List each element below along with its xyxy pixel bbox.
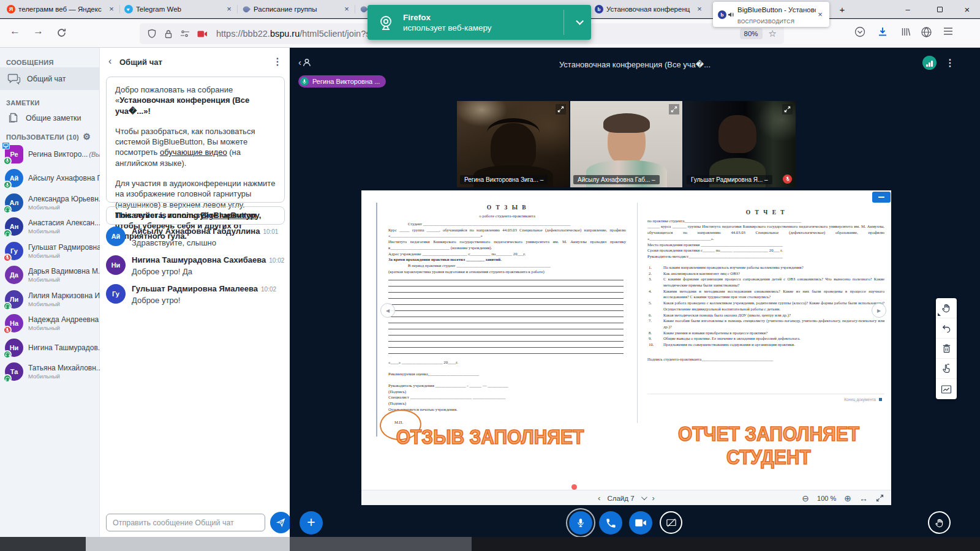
user-list-item[interactable]: Да Дарья Вадимовна М... xyxy=(0,263,100,288)
tab-favicon xyxy=(124,5,133,13)
tab-audio-icon[interactable] xyxy=(728,12,734,18)
manage-users-gear-icon[interactable]: ⚙ xyxy=(83,132,91,141)
talking-indicator[interactable]: Регина Викторовна ... xyxy=(298,75,386,88)
new-tab-button[interactable]: + xyxy=(835,3,849,17)
fit-width-icon[interactable]: ↔ xyxy=(859,493,868,503)
chat-options-icon[interactable]: ⋮ xyxy=(273,56,282,67)
annotation-otchet-1: ОТЧЕТ ЗАПОЛНЯЕТ xyxy=(668,423,870,446)
actions-plus-button[interactable]: + xyxy=(300,511,323,534)
connection-status-icon[interactable] xyxy=(922,56,937,70)
slide-dropdown-caret-icon[interactable] xyxy=(641,494,647,500)
pointer-tool-button[interactable] xyxy=(936,359,957,379)
chat-back-chevron-icon[interactable]: ‹ xyxy=(108,56,111,67)
sidebar-item-shared-notes[interactable]: Общие заметки xyxy=(0,107,100,129)
tab-favicon xyxy=(360,5,368,13)
screen-share-button[interactable] xyxy=(660,511,682,534)
tab-close-icon[interactable]: × xyxy=(107,5,116,13)
browser-tab-active[interactable]: BigBlueButton - Установо ВОСПРОИЗВОДИТСЯ… xyxy=(713,2,829,27)
user-list-item[interactable]: Ай Айсылу Ахнафовна Г... xyxy=(0,167,100,191)
chat-message-input[interactable] xyxy=(106,514,265,531)
raise-hand-button[interactable] xyxy=(928,511,951,534)
mute-microphone-button[interactable] xyxy=(569,511,592,534)
webcam-name-label[interactable]: Гульшат Радмировна Я... – xyxy=(687,175,772,184)
browser-tab[interactable]: Telegram Web × xyxy=(121,2,237,17)
webcam-name-label[interactable]: Айсылу Ахнафовна Габ... – xyxy=(573,175,660,184)
tab-close-icon[interactable]: × xyxy=(695,5,704,13)
chevron-down-icon[interactable] xyxy=(576,17,584,25)
fullscreen-icon[interactable] xyxy=(556,104,566,114)
clear-annotations-button[interactable] xyxy=(936,339,957,359)
scrollbar-thumb[interactable] xyxy=(86,537,290,551)
prev-slide-chevron-icon[interactable]: ‹ xyxy=(598,493,600,503)
webcam-video[interactable]: Гульшат Радмировна Я... – xyxy=(684,101,796,187)
window-close-button[interactable]: × xyxy=(957,2,977,16)
next-slide-chevron-icon[interactable]: › xyxy=(652,493,655,503)
fullscreen-icon[interactable] xyxy=(782,104,793,114)
leave-audio-button[interactable] xyxy=(599,511,622,534)
next-slide-button[interactable]: ▸ xyxy=(872,303,886,318)
slide-number-label[interactable]: Слайд 7 xyxy=(607,495,634,502)
bookmark-star-icon[interactable]: ☆ xyxy=(769,28,777,39)
user-list-item[interactable]: На Надежда Андреевна ... xyxy=(0,312,100,336)
annotation-otchet-2: СТУДЕНТ xyxy=(668,446,870,469)
pan-tool-button[interactable] xyxy=(936,298,957,318)
page-zoom-badge[interactable]: 80% xyxy=(740,28,763,39)
library-icon[interactable] xyxy=(900,26,911,37)
webcam-name-label[interactable]: Регина Викторовна Зига... – xyxy=(460,175,548,184)
downloads-icon[interactable] xyxy=(877,26,888,37)
avatar: Гу xyxy=(106,284,126,304)
user-list-item[interactable]: Ли Лилия Маркизовна И... xyxy=(0,287,100,312)
user-list-item[interactable]: Ан Анастасия Алексан... xyxy=(0,215,100,239)
minimize-presentation-button[interactable] xyxy=(872,192,891,203)
fullscreen-icon[interactable] xyxy=(669,104,679,114)
avatar: Ай xyxy=(5,169,23,187)
multi-user-whiteboard-button[interactable] xyxy=(936,379,957,399)
sidebar-item-public-chat[interactable]: Общий чат xyxy=(0,67,100,90)
undo-annotation-button[interactable] xyxy=(936,318,957,339)
lock-icon[interactable] xyxy=(164,29,173,39)
menu-icon[interactable] xyxy=(943,26,954,36)
window-minimize-button[interactable]: – xyxy=(898,2,918,16)
webcam-permission-notification[interactable]: Firefox использует веб-камеру xyxy=(368,5,591,40)
webcam-share-button[interactable] xyxy=(629,511,652,534)
user-list-item[interactable]: Та Татьяна Михайловн... xyxy=(0,360,100,384)
window-maximize-button[interactable] xyxy=(930,2,949,16)
tab-close-icon[interactable]: × xyxy=(816,10,824,19)
plus-icon: + xyxy=(307,515,315,530)
user-list-item[interactable]: Ни Нигина Ташмурадов... xyxy=(0,335,100,360)
slide[interactable]: О Т З Ы Во работе студента-практикантаСт… xyxy=(361,190,891,490)
whiteboard-toolbar xyxy=(936,298,957,399)
browser-tab[interactable]: Установочная конференц × xyxy=(591,2,707,17)
presentation-fullscreen-icon[interactable] xyxy=(876,494,884,502)
user-list-item[interactable]: Ал Александра Юрьевн... xyxy=(0,190,100,215)
message-sender: Гульшат Радмировна Ямалеева xyxy=(132,284,258,293)
webcam-video[interactable]: Регина Викторовна Зига... – xyxy=(457,101,569,187)
back-icon[interactable]: ← xyxy=(10,25,20,37)
webcam-video[interactable]: Айсылу Ахнафовна Габ... – xyxy=(570,101,682,187)
avatar: Та xyxy=(5,362,23,381)
options-menu-icon[interactable]: ⋮ xyxy=(945,57,955,69)
tab-close-icon[interactable]: × xyxy=(225,5,233,13)
permissions-icon[interactable] xyxy=(180,29,190,38)
camera-in-use-icon[interactable] xyxy=(197,30,208,38)
zoom-in-icon[interactable]: ⊕ xyxy=(844,493,851,503)
send-message-button[interactable] xyxy=(270,512,292,533)
tutorial-videos-link[interactable]: обучающие видео xyxy=(160,148,227,157)
tab-close-icon[interactable]: × xyxy=(342,5,351,13)
zoom-out-icon[interactable]: ⊖ xyxy=(802,493,809,503)
bigbluebutton-link[interactable]: BigBlueButton xyxy=(200,211,256,220)
pocket-icon[interactable] xyxy=(854,26,865,37)
shield-icon[interactable] xyxy=(147,29,157,39)
globe-icon[interactable] xyxy=(921,26,932,38)
browser-tab[interactable]: телеграмм веб — Яндекс × xyxy=(3,2,119,17)
meeting-title: Установочная конференция (Все уча�... xyxy=(290,60,980,69)
previous-slide-button[interactable]: ◂ xyxy=(380,303,395,318)
browser-tab[interactable]: Расписание группы × xyxy=(238,2,355,17)
user-list-item[interactable]: Ре Регина Викторо...(Вы) xyxy=(0,142,100,167)
horizontal-scrollbar[interactable] xyxy=(0,537,980,551)
message-text: Доброе утро! Да xyxy=(132,267,285,276)
reload-icon[interactable] xyxy=(56,28,67,38)
user-list-item[interactable]: Гу Гульшат Радмировна... xyxy=(0,239,100,263)
avatar: Да xyxy=(5,266,23,284)
forward-icon[interactable]: → xyxy=(33,25,43,37)
